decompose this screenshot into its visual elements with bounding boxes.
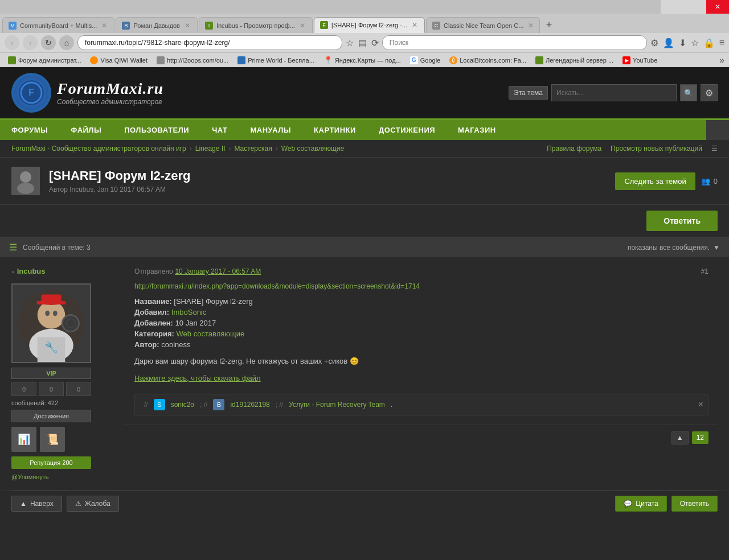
follow-topic-button[interactable]: Следить за темой <box>615 172 695 190</box>
nav-users[interactable]: ПОЛЬЗОВАТЕЛИ <box>113 120 200 140</box>
skype-link[interactable]: sonic2o <box>171 401 194 409</box>
list-view-icon[interactable]: ☰ <box>711 145 718 153</box>
mention-link[interactable]: @Упомянуть <box>11 473 49 480</box>
home-button[interactable]: ⌂ <box>59 35 74 50</box>
search-input[interactable] <box>382 35 647 50</box>
breadcrumb-web[interactable]: Web составляющие <box>281 145 344 153</box>
topic-author: Автор Incubus, Jan 10 2017 06:57 AM <box>49 186 606 193</box>
reputation-button[interactable]: Репутация 200 <box>11 456 91 469</box>
extensions-icon[interactable]: ⚙ <box>650 38 658 48</box>
bitcoin-icon: ₿ <box>449 56 457 64</box>
post-sidebar: ● Incubus <box>11 267 125 481</box>
forum-rules-link[interactable]: Правила форума <box>547 145 601 153</box>
bookmark-qiwi[interactable]: Visa QIWI Wallet <box>87 55 151 65</box>
added-by-link[interactable]: ImboSonic <box>171 308 206 316</box>
page-content: F ForumMaxi.ru Сообщество администраторо… <box>0 67 729 560</box>
logo-inner: F <box>14 76 48 110</box>
bookmark-label: Visa QIWI Wallet <box>100 57 148 64</box>
user-avatar: 🔧 <box>11 283 91 363</box>
achievement-icon-1: 📊 <box>11 427 36 452</box>
download-link[interactable]: Нажмите здесь, чтобы скачать файл <box>134 374 261 382</box>
bookmark-google[interactable]: G Google <box>407 55 444 65</box>
bookmark-forum[interactable]: Форум администрат... <box>5 55 84 65</box>
breadcrumb-sep: › <box>190 145 192 153</box>
nav-files[interactable]: ФАЙЛЫ <box>59 120 113 140</box>
bookmark-star-icon[interactable]: ☆ <box>346 38 354 48</box>
search-settings-button[interactable]: ⚙ <box>701 84 718 101</box>
tab-share-forum[interactable]: F [SHARE] Форум l2-zerg -... ✕ <box>314 17 425 33</box>
forum-logo: F ForumMaxi.ru Сообщество администраторо… <box>11 73 163 113</box>
bookmark-icon <box>8 56 16 64</box>
breadcrumb-sep: › <box>276 145 278 153</box>
tab-close-button[interactable]: ✕ <box>183 22 191 30</box>
reload-button[interactable]: ↻ <box>41 35 56 50</box>
vk-link[interactable]: id191262198 <box>230 401 269 409</box>
maximize-button[interactable]: □ <box>683 0 706 14</box>
bookmark-youtube[interactable]: ▶ YouTube <box>619 55 661 65</box>
new-posts-link[interactable]: Просмотр новых публикаций <box>611 145 702 153</box>
bookmark-primeworld[interactable]: Prime World - Бесплa... <box>234 55 318 65</box>
category-link[interactable]: Web составляющие <box>177 330 245 338</box>
contact-period: . <box>391 401 392 409</box>
bookmarks-more-button[interactable]: » <box>719 55 724 65</box>
category-label: Категория: <box>134 330 174 338</box>
nav-pics[interactable]: КАРТИНКИ <box>302 120 367 140</box>
forum-recovery-link[interactable]: Услуги - Forum Recovery Team <box>289 401 385 409</box>
bookmark-yandex[interactable]: 📍 Яндекс.Карты — под... <box>320 55 404 65</box>
nav-forums[interactable]: ФОРУМЫ <box>0 120 59 140</box>
nav-shop[interactable]: МАГАЗИН <box>447 120 507 140</box>
reader-icon[interactable]: ▤ <box>358 38 367 48</box>
refresh-icon[interactable]: ⟳ <box>371 38 379 48</box>
nav-chat[interactable]: ЧАТ <box>200 120 239 140</box>
contact-bar: // S sonic2o ; // В id191262198 ; // Усл… <box>134 394 708 415</box>
breadcrumb-home[interactable]: ForumMaxi - Сообщество администраторов о… <box>11 145 186 153</box>
bookmark-legendary[interactable]: Легендарный сервер ... <box>532 55 617 65</box>
bookmark-l2oops[interactable]: http://l2oops.com/ou... <box>153 55 232 65</box>
nav-manuals[interactable]: МАНУАЛЫ <box>239 120 302 140</box>
tab-communityboard[interactable]: M CommunityBoard + Multis... ✕ <box>2 17 114 33</box>
new-tab-button[interactable]: + <box>541 17 557 33</box>
breadcrumb-workshop[interactable]: Мастерская <box>234 145 272 153</box>
bookmark-localbitcoins[interactable]: ₿ LocalBitcoins.com: Fa... <box>446 55 530 65</box>
tab-incubus[interactable]: I Incubus - Просмотр проф... ✕ <box>199 17 313 33</box>
dropdown-arrow-icon[interactable]: ▼ <box>713 244 720 252</box>
address-input[interactable] <box>77 35 342 50</box>
tab-close-button[interactable]: ✕ <box>527 22 535 30</box>
achievements-button[interactable]: Достижения <box>11 410 91 422</box>
menu-icon[interactable]: ≡ <box>719 38 724 48</box>
like-button[interactable]: ▲ <box>671 431 689 444</box>
tab-close-button[interactable]: ✕ <box>298 22 306 30</box>
close-button[interactable]: ✕ <box>706 0 729 14</box>
date-value: 10 Jan 2017 <box>175 319 216 327</box>
show-all-text: показаны все сообщения. <box>628 244 710 252</box>
tab-roman[interactable]: В Роман Давыдов ✕ <box>116 17 197 33</box>
search-button[interactable]: 🔍 <box>680 84 697 101</box>
lock-icon[interactable]: 🔒 <box>703 38 715 48</box>
reply-button[interactable]: Ответить <box>646 211 718 231</box>
tab-close-button[interactable]: ✕ <box>100 22 108 30</box>
back-button[interactable]: ‹ <box>5 35 19 50</box>
logo-title: ForumMaxi.ru <box>57 80 163 98</box>
reply-bottom-button[interactable]: Ответить <box>671 496 718 512</box>
search-input[interactable] <box>551 84 677 101</box>
breadcrumb-lineage[interactable]: Lineage II <box>195 145 226 153</box>
report-button[interactable]: ⚠ Жалоба <box>67 496 119 512</box>
sent-date-link[interactable]: 10 January 2017 - 06:57 AM <box>175 267 261 275</box>
go-up-button[interactable]: ▲ Наверх <box>11 496 62 512</box>
follower-number: 0 <box>714 177 718 186</box>
nav-achievements[interactable]: ДОСТИЖЕНИЯ <box>367 120 447 140</box>
contact-close-button[interactable]: × <box>698 400 703 410</box>
post-detail-date: Добавлен: 10 Jan 2017 <box>134 319 708 327</box>
quote-button[interactable]: 💬 Цитата <box>615 496 666 512</box>
author-label: Автор: <box>134 340 159 349</box>
favorites-icon[interactable]: ☆ <box>691 38 699 48</box>
bookmark-label: Легендарный сервер ... <box>546 57 613 64</box>
tab-close-button[interactable]: ✕ <box>411 21 419 29</box>
downloads-icon[interactable]: ⬇ <box>679 38 686 48</box>
breadcrumb-bar: ForumMaxi - Сообщество администраторов о… <box>0 140 729 158</box>
minimize-button[interactable]: — <box>661 0 683 14</box>
tab-classic[interactable]: C Classic Nice Team Open C... ✕ <box>426 17 540 33</box>
user-icon[interactable]: 👤 <box>663 38 674 48</box>
forward-button[interactable]: › <box>23 35 38 50</box>
follower-count: 👥 0 <box>701 177 718 186</box>
